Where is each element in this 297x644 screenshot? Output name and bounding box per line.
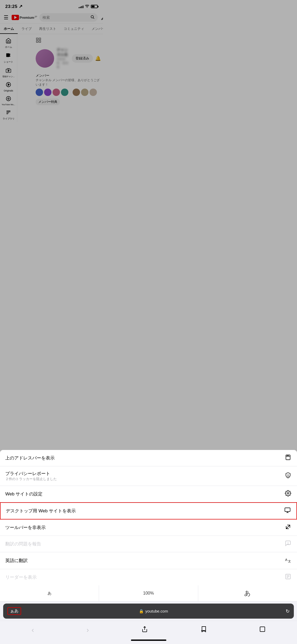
background-overlay[interactable]	[0, 0, 103, 223]
